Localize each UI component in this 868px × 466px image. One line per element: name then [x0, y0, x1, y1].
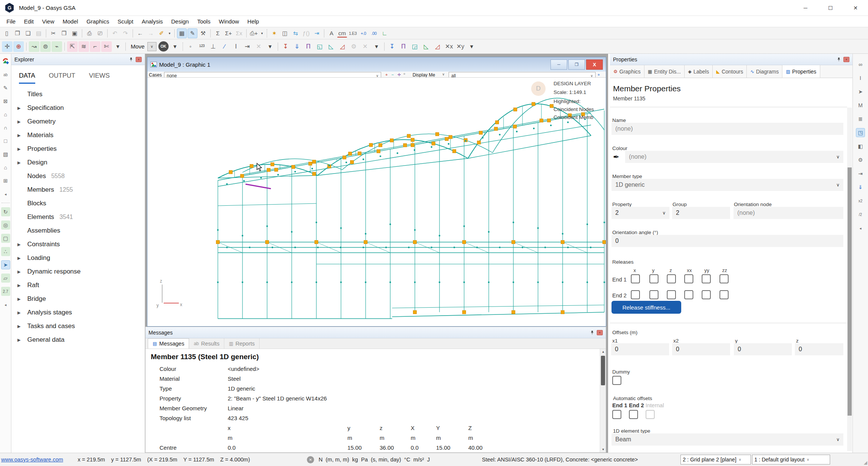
menu-model[interactable]: Model — [58, 16, 82, 27]
release-checkbox-end1-zz[interactable] — [719, 274, 729, 283]
diagram-off-icon[interactable]: ✕ — [360, 41, 371, 52]
tree-item-constraints[interactable]: ▶Constraints — [11, 238, 145, 251]
tree-item-dynamic-response[interactable]: ▶Dynamic response — [11, 265, 145, 278]
label-align-icon[interactable]: ⇥ — [242, 41, 253, 52]
tree-item-properties[interactable]: ▶Properties — [11, 142, 145, 156]
back-icon[interactable]: ← — [135, 28, 145, 38]
diagram-dropdown[interactable]: ▾ — [371, 41, 382, 52]
offset-x1-field[interactable]: 0 — [611, 343, 669, 355]
scroll-down-icon[interactable]: ▼ — [600, 447, 606, 452]
tree-item-materials[interactable]: ▶Materials — [11, 128, 145, 142]
scale-x2-icon[interactable]: x2 — [856, 196, 865, 205]
expand-grid-icon[interactable]: ⊞ — [1, 176, 10, 185]
close-icon[interactable]: x — [843, 57, 849, 62]
menu-sculpt[interactable]: Sculpt — [113, 16, 138, 27]
messages-scrollbar[interactable]: ▲ ▼ — [600, 349, 606, 452]
building-view-icon[interactable]: ⌂ — [1, 163, 10, 172]
diagram-scale-icon[interactable]: ⇓ — [856, 183, 865, 192]
diagram-settings-icon[interactable]: ⚙ — [349, 41, 359, 52]
diagram-udl-icon[interactable]: Π — [303, 41, 314, 52]
contour-shear-icon[interactable]: ◺ — [421, 41, 432, 52]
element-type-select[interactable]: Beam∨ — [612, 433, 843, 446]
tab-labels[interactable]: ◈Labels — [685, 65, 713, 78]
sculpt-dropdown[interactable]: ▾ — [113, 41, 123, 52]
diagram-beam-load-icon[interactable]: ⇓ — [292, 41, 302, 52]
name-field[interactable]: (none) — [612, 123, 843, 135]
sum-remove-icon[interactable]: Σx — [234, 28, 244, 38]
flip-elements-icon[interactable]: ≋ — [78, 41, 89, 52]
case-envelope-icon[interactable]: ⁰ — [404, 72, 405, 77]
rotate-view-icon[interactable]: ↻ — [1, 207, 10, 216]
volume-clip-icon[interactable]: ◳ — [856, 128, 865, 137]
scale-half-icon[interactable]: /2 — [856, 210, 865, 219]
tree-item-general-data[interactable]: ▶General data — [11, 333, 145, 347]
increase-decimals-icon[interactable]: +.0 — [358, 28, 368, 38]
label-sections-icon[interactable]: I — [231, 41, 241, 52]
table-view-icon[interactable]: ▦ — [177, 28, 187, 38]
redo-icon[interactable]: ↷ — [120, 28, 130, 38]
tree-item-blocks[interactable]: Blocks — [11, 197, 145, 210]
release-checkbox-end2-z[interactable] — [667, 290, 676, 299]
maximize-button[interactable]: ☐ — [818, 0, 843, 16]
tree-item-geometry[interactable]: ▶Geometry — [11, 115, 145, 128]
tree-item-loading[interactable]: ▶Loading — [11, 251, 145, 265]
move-mode-select[interactable]: ∨ — [147, 42, 156, 51]
oasys-website-link[interactable]: www.oasys-software.com — [1, 453, 63, 466]
volume-view-icon[interactable]: ▢ — [1, 234, 10, 243]
print-view-dropdown[interactable]: ▾ — [260, 28, 264, 38]
zoom-view-icon[interactable]: ◎ — [1, 220, 10, 230]
close-button[interactable]: ✕ — [843, 0, 868, 16]
display-method-chevron-icon[interactable]: ∨ — [442, 72, 445, 76]
tab-diagrams[interactable]: ∿Diagrams — [747, 65, 782, 78]
sculpt-drag-icon[interactable]: ✛ — [2, 41, 13, 52]
labels-off-icon[interactable]: ✕ — [253, 41, 264, 52]
wireframe-box-icon[interactable]: □ — [1, 136, 10, 145]
no-colour-pen-icon[interactable]: ✒ — [613, 152, 619, 161]
graphic-close-button[interactable]: X — [586, 59, 603, 70]
wrap-lines-icon[interactable]: ⇥ — [312, 28, 322, 38]
chevron-right-icon[interactable]: ▶ — [17, 133, 27, 138]
label-supports-icon[interactable]: ⊥ — [208, 41, 219, 52]
animation-strip-icon[interactable]: ≣ — [856, 114, 865, 124]
section-view-icon[interactable]: ⊠ — [1, 97, 10, 106]
colour-select[interactable]: (none)∨ — [625, 151, 843, 163]
scrollbar-thumb[interactable] — [601, 356, 605, 385]
chevron-right-icon[interactable]: ▶ — [17, 310, 27, 315]
forward-icon[interactable]: → — [146, 28, 156, 38]
tools-settings-icon[interactable]: ⚒ — [198, 28, 208, 38]
tree-item-bridge[interactable]: ▶Bridge — [11, 292, 145, 306]
auto-offset-checkbox-end1[interactable] — [612, 410, 621, 419]
graphic-title-bar[interactable]: Model_9 : Graphic 1 ─ ❐ X — [147, 57, 606, 72]
offset-z-field[interactable]: 0 — [795, 343, 843, 355]
print-preview-icon[interactable]: ⎚ — [95, 28, 105, 38]
tree-item-titles[interactable]: Titles — [11, 88, 145, 101]
chevron-right-icon[interactable]: ▶ — [17, 160, 27, 165]
graphic-settings-icon[interactable]: ⚙ — [856, 155, 865, 164]
tree-item-analysis-stages[interactable]: ▶Analysis stages — [11, 306, 145, 319]
ok-dropdown[interactable]: ▾ — [170, 41, 180, 52]
axes-display-icon[interactable]: ∟ — [380, 28, 389, 38]
chevron-right-icon[interactable]: ▶ — [17, 324, 27, 329]
offset-x2-field[interactable]: 0 — [672, 343, 730, 355]
auto-offset-checkbox-internal[interactable] — [646, 410, 655, 419]
contour-y-icon[interactable]: ✕y — [455, 41, 466, 52]
tab-contours[interactable]: ◣Contours — [713, 65, 747, 78]
orientation-angle-field[interactable]: 0 — [612, 235, 843, 247]
open-file-icon[interactable]: ❐ — [13, 28, 22, 38]
tree-item-members[interactable]: Members1255 — [11, 183, 145, 197]
grid-plane-select[interactable]: 2 : Grid plane 2 [plane]∨ — [680, 455, 751, 464]
sum-icon[interactable]: Σ — [213, 28, 223, 38]
close-icon[interactable]: x — [136, 57, 142, 62]
diagram-node-load-icon[interactable]: ↧ — [280, 41, 291, 52]
format-painter-icon[interactable]: ✐ — [156, 28, 166, 38]
font-icon[interactable]: A — [327, 28, 336, 38]
tab-views[interactable]: VIEWS — [89, 72, 110, 84]
clear-status-icon[interactable]: ✕ — [307, 456, 314, 463]
sculpt-pencil-icon[interactable]: ✎ — [1, 83, 10, 92]
sculpt-mode-icon[interactable]: ✎ — [188, 28, 197, 38]
structure-front-icon[interactable]: ⌂ — [1, 110, 10, 119]
wizard-icon[interactable]: ✶ — [269, 28, 279, 38]
contour-display-settings-icon[interactable]: ◧ — [856, 142, 865, 151]
graphic-restore-button[interactable]: ❐ — [568, 59, 585, 70]
contour-dropdown[interactable]: ▾ — [466, 41, 477, 52]
